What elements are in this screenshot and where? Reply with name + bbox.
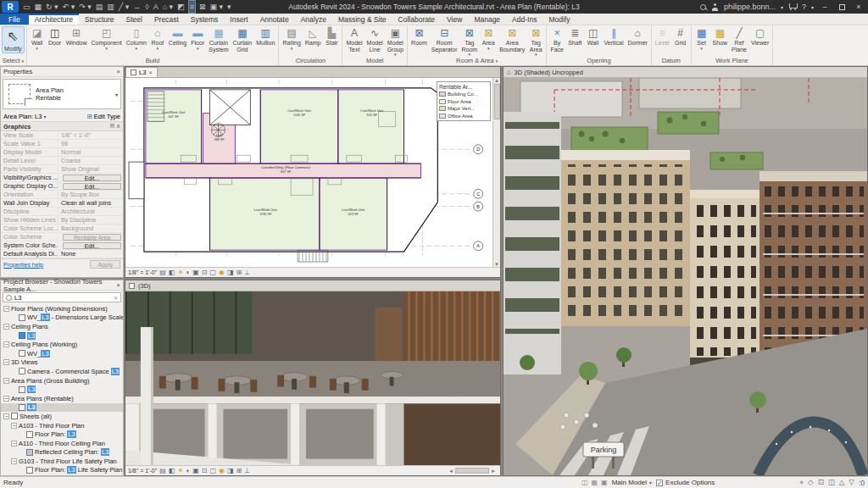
scroll-down-icon[interactable]: ▼ [494, 262, 499, 267]
user-menu-chevron-icon[interactable]: ▾ [781, 4, 783, 10]
interior-horizontal-scrollbar[interactable]: ◄ ► [447, 467, 498, 475]
design-options-table-icon[interactable]: ▦ [592, 479, 598, 486]
scroll-right-icon[interactable]: ► [489, 469, 498, 474]
expander-icon[interactable]: − [3, 341, 9, 347]
type-selector-chevron-icon[interactable]: ▾ [115, 92, 120, 97]
expander-icon[interactable]: − [3, 378, 9, 384]
sun-path-icon[interactable]: ☀ [177, 467, 183, 474]
reveal-hidden-icon[interactable]: ◉ [219, 269, 225, 276]
sun-path-icon[interactable]: ☀ [177, 269, 183, 276]
shaded-view-titlebar[interactable]: ⌂ 3D (Shaded) Uncropped [504, 67, 867, 78]
viewer-button[interactable]: ▢Viewer [749, 26, 771, 47]
ribbon-tab-systems[interactable]: Systems [185, 14, 225, 25]
tag-by-category-icon[interactable]: ◊ [144, 1, 149, 13]
properties-close-icon[interactable]: × [116, 68, 120, 75]
hide-analytical-icon[interactable]: ⊞ [236, 269, 242, 276]
help-chevron-icon[interactable]: ▾ [811, 4, 814, 10]
area-button[interactable]: ⊠Area▾ [480, 26, 497, 50]
dropdown-chevron-icon[interactable]: ▾ [157, 47, 159, 50]
scale-control[interactable]: 1/8" = 1'-0" [128, 468, 157, 474]
room-button[interactable]: ⊠Room [409, 26, 429, 47]
sync-with-central-icon[interactable]: ↻ ▾ [45, 1, 59, 13]
select-underlay-icon[interactable]: ⊡ [818, 478, 824, 487]
tree-item-3d-views[interactable]: −3D Views [1, 358, 123, 368]
interior-3d-canvas[interactable] [125, 291, 500, 465]
drag-on-selection-icon[interactable]: △ [839, 478, 845, 487]
type-selector[interactable]: Area Plan Rentable ▾ [3, 79, 121, 109]
ref-plane-button[interactable]: ╱RefPlane [730, 26, 748, 53]
expander-icon[interactable]: − [11, 441, 17, 446]
ramp-button[interactable]: ◺Ramp [303, 26, 323, 47]
dropdown-chevron-icon[interactable]: ▾ [136, 47, 138, 50]
temporary-hide-icon[interactable]: ▢ [210, 467, 217, 474]
exclude-options-checkbox[interactable]: ✓ Exclude Options [656, 479, 715, 486]
panel-label-build[interactable]: Build [29, 56, 277, 65]
dropdown-chevron-icon[interactable]: ▾ [291, 47, 293, 50]
tree-item-a110-third-floor-ceiling-plan[interactable]: −A110 - Third Floor Ceiling Plan [1, 439, 123, 448]
visual-style-icon[interactable]: ◧ [169, 467, 175, 474]
tree-item-sheets-all[interactable]: −Sheets (all) [1, 412, 123, 421]
dropdown-chevron-icon[interactable]: ▾ [36, 47, 38, 50]
property-value[interactable]: Edit... [58, 182, 123, 190]
project-browser-close-icon[interactable]: × [116, 281, 120, 289]
active-option-icon[interactable]: ▣ [601, 479, 608, 486]
crop-view-icon[interactable]: ▣ [192, 467, 199, 474]
tree-item-a103-third-floor-plan[interactable]: −A103 - Third Floor Plan [1, 421, 123, 430]
search-icon[interactable] [700, 4, 706, 10]
tree-item-l3[interactable]: L3 [1, 403, 123, 413]
shaded-3d-canvas[interactable]: Parking [504, 78, 867, 475]
tree-item-l3[interactable]: L3 [1, 331, 123, 341]
temporary-view-properties-icon[interactable]: ◨ [227, 269, 234, 276]
element-selector[interactable]: Area Plan: L3 [3, 113, 42, 120]
tree-item-ceiling-plans[interactable]: −Ceiling Plans [1, 322, 123, 331]
vertical-button[interactable]: ∥Vertical [603, 26, 626, 47]
panel-label-work-plane[interactable]: Work Plane [693, 56, 771, 65]
restore-button[interactable] [836, 3, 848, 11]
tree-item-area-plans-rentable[interactable]: −Area Plans (Rentable) [1, 394, 123, 403]
ribbon-tab-steel[interactable]: Steel [120, 14, 148, 25]
tree-item-camera-commercial-space-l3[interactable]: Camera - Commercial Space L3 [1, 367, 123, 376]
column-button[interactable]: ▯Column▾ [125, 26, 148, 50]
ribbon-tab-massing-site[interactable]: Massing & Site [332, 14, 392, 25]
modify-button[interactable]: ⇖Modify [2, 26, 25, 53]
show-crop-icon[interactable]: ⊡ [202, 269, 208, 276]
text-icon[interactable]: A [153, 1, 159, 13]
expander-icon[interactable]: − [3, 413, 9, 419]
thin-lines-icon[interactable]: ≡ [188, 0, 196, 14]
tree-item-area-plans-gross-building[interactable]: −Area Plans (Gross Building) [1, 376, 123, 385]
ribbon-tab-manage[interactable]: Manage [468, 14, 506, 25]
customize-qat-icon[interactable]: ▾ [226, 1, 232, 13]
panel-label-select[interactable]: Select▾ [2, 56, 25, 65]
window-button[interactable]: ⊞Window [64, 26, 89, 47]
show-button[interactable]: ▦Show [711, 26, 730, 47]
property-edit-button[interactable]: Edit... [63, 183, 121, 190]
reveal-hidden-icon[interactable]: ◉ [219, 467, 225, 474]
constraints-icon[interactable]: ⊥ [244, 269, 250, 276]
editable-only-icon[interactable]: ⌖ [799, 478, 804, 487]
tree-item-l3[interactable]: L3 [1, 385, 123, 394]
curtain-system-button[interactable]: ▦CurtainSystem [207, 26, 230, 53]
tree-item-floor-plan-l3[interactable]: Floor Plan: L3 [1, 430, 123, 439]
redo-icon[interactable]: ↷ ▾ [78, 1, 92, 13]
door-button[interactable]: ◫Door [47, 26, 64, 47]
tree-item-g103-third-floor-life-safety-plan[interactable]: −G103 - Third Floor Life Safety Plan [1, 457, 123, 466]
edit-type-button[interactable]: ⊞ Edit Type [86, 113, 120, 120]
section-icon[interactable]: ◩ [176, 1, 186, 13]
minimize-button[interactable]: – [819, 3, 831, 11]
roof-button[interactable]: ⌂Roof▾ [149, 26, 166, 50]
open-file-icon[interactable]: ▭ [22, 1, 31, 13]
floor-button[interactable]: ▬Floor▾ [189, 26, 206, 50]
dormer-button[interactable]: ⌂Dormer [626, 26, 649, 47]
panel-label-circulation[interactable]: Circulation [281, 56, 340, 65]
panel-label-room-area[interactable]: Room & Area▾ [409, 56, 544, 65]
section-collapse-icon[interactable]: R ∧ [110, 123, 120, 130]
model-group-button[interactable]: ▣ModelGroup▾ [386, 26, 405, 56]
property-value[interactable]: Edit... [58, 174, 123, 181]
grid-button[interactable]: #Grid [672, 26, 689, 47]
measure-icon[interactable]: ╱ ▾ [118, 1, 130, 13]
property-edit-button[interactable]: Edit... [63, 175, 121, 181]
property-value[interactable]: Clean all wall joins [58, 199, 123, 207]
property-value[interactable]: None [58, 250, 123, 258]
browser-search-box[interactable]: L3 × [3, 292, 121, 302]
component-button[interactable]: ◰Component▾ [90, 26, 124, 50]
